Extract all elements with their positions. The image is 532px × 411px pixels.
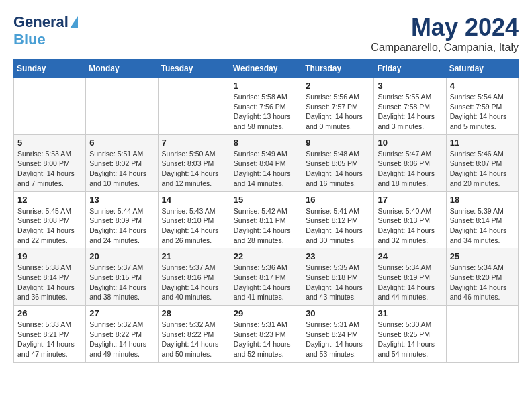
day-number: 30 — [306, 308, 370, 318]
calendar-cell: 16Sunrise: 5:41 AMSunset: 8:12 PMDayligh… — [302, 191, 374, 248]
day-info: Sunrise: 5:47 AMSunset: 8:06 PMDaylight:… — [378, 149, 442, 189]
day-info: Sunrise: 5:50 AMSunset: 8:03 PMDaylight:… — [162, 149, 226, 189]
day-number: 31 — [378, 308, 442, 318]
day-number: 19 — [17, 251, 82, 261]
day-number: 3 — [378, 81, 442, 91]
calendar-cell: 1Sunrise: 5:58 AMSunset: 7:56 PMDaylight… — [230, 78, 302, 135]
day-number: 27 — [89, 308, 154, 318]
header: General Blue May 2024 Campanarello, Camp… — [13, 13, 519, 54]
title-section: May 2024 Campanarello, Campania, Italy — [371, 13, 519, 54]
day-number: 21 — [162, 251, 226, 261]
day-number: 26 — [17, 308, 82, 318]
location-subtitle: Campanarello, Campania, Italy — [371, 42, 519, 54]
calendar-cell: 24Sunrise: 5:34 AMSunset: 8:19 PMDayligh… — [374, 248, 446, 306]
day-number: 1 — [234, 81, 298, 91]
calendar-cell — [158, 78, 230, 135]
day-info: Sunrise: 5:58 AMSunset: 7:56 PMDaylight:… — [234, 92, 298, 132]
month-title: May 2024 — [371, 13, 519, 42]
day-info: Sunrise: 5:32 AMSunset: 8:22 PMDaylight:… — [89, 320, 154, 359]
day-info: Sunrise: 5:42 AMSunset: 8:11 PMDaylight:… — [234, 206, 298, 246]
logo: General Blue — [13, 13, 78, 48]
calendar-cell: 6Sunrise: 5:51 AMSunset: 8:02 PMDaylight… — [86, 134, 158, 191]
day-number: 24 — [378, 251, 442, 261]
calendar-cell: 8Sunrise: 5:49 AMSunset: 8:04 PMDaylight… — [230, 134, 302, 191]
day-number: 2 — [306, 81, 370, 91]
day-info: Sunrise: 5:39 AMSunset: 8:14 PMDaylight:… — [450, 206, 515, 246]
day-info: Sunrise: 5:36 AMSunset: 8:17 PMDaylight:… — [234, 263, 298, 302]
day-info: Sunrise: 5:32 AMSunset: 8:22 PMDaylight:… — [162, 320, 226, 359]
day-number: 23 — [306, 251, 370, 261]
day-info: Sunrise: 5:34 AMSunset: 8:19 PMDaylight:… — [378, 263, 442, 302]
calendar-cell: 11Sunrise: 5:46 AMSunset: 8:07 PMDayligh… — [446, 134, 518, 191]
calendar-cell: 21Sunrise: 5:37 AMSunset: 8:16 PMDayligh… — [158, 248, 230, 306]
day-info: Sunrise: 5:34 AMSunset: 8:20 PMDaylight:… — [450, 263, 515, 302]
calendar-cell: 31Sunrise: 5:30 AMSunset: 8:25 PMDayligh… — [374, 306, 446, 363]
calendar-cell: 22Sunrise: 5:36 AMSunset: 8:17 PMDayligh… — [230, 248, 302, 306]
day-info: Sunrise: 5:35 AMSunset: 8:18 PMDaylight:… — [306, 263, 370, 302]
day-number: 4 — [450, 81, 515, 91]
day-number: 13 — [89, 195, 154, 205]
day-number: 7 — [162, 138, 226, 148]
calendar-cell — [86, 78, 158, 135]
day-number: 14 — [162, 195, 226, 205]
day-number: 28 — [162, 308, 226, 318]
calendar-cell: 30Sunrise: 5:31 AMSunset: 8:24 PMDayligh… — [302, 306, 374, 363]
day-number: 9 — [306, 138, 370, 148]
calendar-cell — [446, 306, 518, 363]
calendar-table: SundayMondayTuesdayWednesdayThursdayFrid… — [13, 59, 519, 363]
day-info: Sunrise: 5:54 AMSunset: 7:59 PMDaylight:… — [450, 92, 515, 132]
day-number: 8 — [234, 138, 298, 148]
day-number: 18 — [450, 195, 515, 205]
calendar-cell: 15Sunrise: 5:42 AMSunset: 8:11 PMDayligh… — [230, 191, 302, 248]
calendar-cell — [14, 78, 86, 135]
day-number: 12 — [17, 195, 82, 205]
calendar-cell: 20Sunrise: 5:37 AMSunset: 8:15 PMDayligh… — [86, 248, 158, 306]
calendar-cell: 3Sunrise: 5:55 AMSunset: 7:58 PMDaylight… — [374, 78, 446, 135]
day-number: 22 — [234, 251, 298, 261]
day-info: Sunrise: 5:56 AMSunset: 7:57 PMDaylight:… — [306, 92, 370, 132]
logo-blue: Blue — [13, 31, 46, 48]
header-wednesday: Wednesday — [230, 60, 302, 78]
day-number: 10 — [378, 138, 442, 148]
day-number: 6 — [89, 138, 154, 148]
calendar-cell: 17Sunrise: 5:40 AMSunset: 8:13 PMDayligh… — [374, 191, 446, 248]
day-info: Sunrise: 5:38 AMSunset: 8:14 PMDaylight:… — [17, 263, 82, 302]
calendar-cell: 26Sunrise: 5:33 AMSunset: 8:21 PMDayligh… — [14, 306, 86, 363]
day-info: Sunrise: 5:46 AMSunset: 8:07 PMDaylight:… — [450, 149, 515, 189]
day-info: Sunrise: 5:49 AMSunset: 8:04 PMDaylight:… — [234, 149, 298, 189]
day-info: Sunrise: 5:31 AMSunset: 8:23 PMDaylight:… — [234, 320, 298, 359]
day-info: Sunrise: 5:45 AMSunset: 8:08 PMDaylight:… — [17, 206, 82, 246]
calendar-cell: 4Sunrise: 5:54 AMSunset: 7:59 PMDaylight… — [446, 78, 518, 135]
calendar-cell: 12Sunrise: 5:45 AMSunset: 8:08 PMDayligh… — [14, 191, 86, 248]
day-info: Sunrise: 5:48 AMSunset: 8:05 PMDaylight:… — [306, 149, 370, 189]
header-thursday: Thursday — [302, 60, 374, 78]
header-saturday: Saturday — [446, 60, 518, 78]
day-number: 11 — [450, 138, 515, 148]
day-number: 29 — [234, 308, 298, 318]
day-info: Sunrise: 5:37 AMSunset: 8:16 PMDaylight:… — [162, 263, 226, 302]
calendar-cell: 18Sunrise: 5:39 AMSunset: 8:14 PMDayligh… — [446, 191, 518, 248]
calendar-cell: 2Sunrise: 5:56 AMSunset: 7:57 PMDaylight… — [302, 78, 374, 135]
calendar-cell: 7Sunrise: 5:50 AMSunset: 8:03 PMDaylight… — [158, 134, 230, 191]
day-number: 25 — [450, 251, 515, 261]
week-row-0: 1Sunrise: 5:58 AMSunset: 7:56 PMDaylight… — [14, 78, 519, 135]
day-number: 20 — [89, 251, 154, 261]
header-sunday: Sunday — [14, 60, 86, 78]
calendar-cell: 27Sunrise: 5:32 AMSunset: 8:22 PMDayligh… — [86, 306, 158, 363]
calendar-cell: 5Sunrise: 5:53 AMSunset: 8:00 PMDaylight… — [14, 134, 86, 191]
calendar-cell: 25Sunrise: 5:34 AMSunset: 8:20 PMDayligh… — [446, 248, 518, 306]
header-tuesday: Tuesday — [158, 60, 230, 78]
day-info: Sunrise: 5:33 AMSunset: 8:21 PMDaylight:… — [17, 320, 82, 359]
calendar-cell: 9Sunrise: 5:48 AMSunset: 8:05 PMDaylight… — [302, 134, 374, 191]
calendar-cell: 10Sunrise: 5:47 AMSunset: 8:06 PMDayligh… — [374, 134, 446, 191]
calendar-header-row: SundayMondayTuesdayWednesdayThursdayFrid… — [14, 60, 519, 78]
day-info: Sunrise: 5:55 AMSunset: 7:58 PMDaylight:… — [378, 92, 442, 132]
calendar-cell: 29Sunrise: 5:31 AMSunset: 8:23 PMDayligh… — [230, 306, 302, 363]
header-friday: Friday — [374, 60, 446, 78]
day-number: 17 — [378, 195, 442, 205]
day-info: Sunrise: 5:44 AMSunset: 8:09 PMDaylight:… — [89, 206, 154, 246]
calendar-cell: 23Sunrise: 5:35 AMSunset: 8:18 PMDayligh… — [302, 248, 374, 306]
day-info: Sunrise: 5:43 AMSunset: 8:10 PMDaylight:… — [162, 206, 226, 246]
week-row-3: 19Sunrise: 5:38 AMSunset: 8:14 PMDayligh… — [14, 248, 519, 306]
logo-triangle-icon — [70, 16, 78, 28]
